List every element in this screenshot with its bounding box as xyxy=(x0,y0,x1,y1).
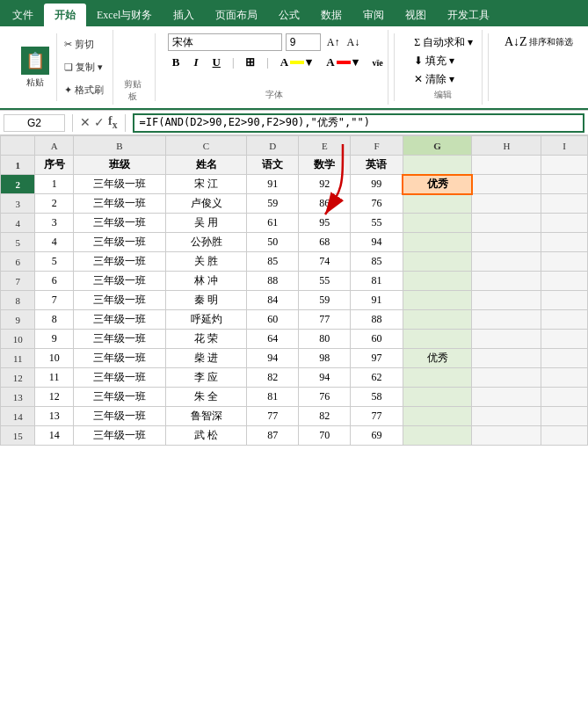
cell-A10[interactable]: 9 xyxy=(35,330,73,349)
row-header-2[interactable]: 2 xyxy=(1,175,35,194)
tab-Excel与财务[interactable]: Excel与财务 xyxy=(86,4,163,26)
row-header-13[interactable]: 13 xyxy=(1,388,35,407)
text-format-button[interactable]: vïe xyxy=(368,56,388,69)
cell-A15[interactable]: 14 xyxy=(35,426,73,446)
tab-公式[interactable]: 公式 xyxy=(268,4,310,26)
cell-G1[interactable] xyxy=(403,156,472,175)
formula-cancel-icon[interactable]: ✕ xyxy=(80,115,91,130)
cell-D9[interactable]: 60 xyxy=(247,310,299,330)
row-header-7[interactable]: 7 xyxy=(1,272,35,291)
cell-C8[interactable]: 秦 明 xyxy=(166,291,247,310)
cell-E9[interactable]: 77 xyxy=(299,310,351,330)
cell-F3[interactable]: 76 xyxy=(351,194,403,214)
cell-B6[interactable]: 三年级一班 xyxy=(73,252,165,272)
cell-E11[interactable]: 98 xyxy=(299,349,351,368)
cell-A12[interactable]: 11 xyxy=(35,368,73,388)
col-header-D[interactable]: D xyxy=(247,136,299,156)
cell-C4[interactable]: 吴 用 xyxy=(166,214,247,233)
row-header-5[interactable]: 5 xyxy=(1,233,35,252)
tab-开发工具[interactable]: 开发工具 xyxy=(437,4,500,26)
cell-F13[interactable]: 58 xyxy=(351,388,403,407)
clear-button[interactable]: ✕ 清除 ▾ xyxy=(410,70,475,89)
cell-F14[interactable]: 77 xyxy=(351,407,403,426)
auto-sum-button[interactable]: Σ 自动求和 ▾ xyxy=(410,33,475,52)
col-header-E[interactable]: E xyxy=(299,136,351,156)
row-header-15[interactable]: 15 xyxy=(1,426,35,446)
cell-D10[interactable]: 64 xyxy=(247,330,299,349)
cell-B15[interactable]: 三年级一班 xyxy=(73,426,165,446)
col-header-C[interactable]: C xyxy=(166,136,247,156)
col-header-G[interactable]: G xyxy=(403,136,472,156)
cell-I4[interactable] xyxy=(541,214,588,233)
cell-A3[interactable]: 2 xyxy=(35,194,73,214)
cell-E2[interactable]: 92 xyxy=(299,175,351,194)
row-header-14[interactable]: 14 xyxy=(1,407,35,426)
cell-A5[interactable]: 4 xyxy=(35,233,73,252)
cell-C2[interactable]: 宋 江 xyxy=(166,175,247,194)
cell-I12[interactable] xyxy=(541,368,588,388)
copy-button[interactable]: ❏ 复制 ▾ xyxy=(62,60,105,75)
cell-G4[interactable] xyxy=(403,214,472,233)
italic-button[interactable]: I xyxy=(189,54,202,71)
font-increase-button[interactable]: A↑ xyxy=(324,35,343,50)
col-header-A[interactable]: A xyxy=(35,136,73,156)
fill-dropdown[interactable]: ▾ xyxy=(306,55,312,69)
cell-I3[interactable] xyxy=(541,194,588,214)
cell-B3[interactable]: 三年级一班 xyxy=(73,194,165,214)
cell-D8[interactable]: 84 xyxy=(247,291,299,310)
cell-G7[interactable] xyxy=(403,272,472,291)
cell-F2[interactable]: 99 xyxy=(351,175,403,194)
cell-A13[interactable]: 12 xyxy=(35,388,73,407)
cell-E12[interactable]: 94 xyxy=(299,368,351,388)
border-button[interactable]: ⊞ xyxy=(241,54,259,71)
cell-A2[interactable]: 1 xyxy=(35,175,73,194)
cell-G10[interactable] xyxy=(403,330,472,349)
cell-A6[interactable]: 5 xyxy=(35,252,73,272)
tab-审阅[interactable]: 审阅 xyxy=(352,4,395,26)
cell-A1[interactable]: 序号 xyxy=(35,156,73,175)
paste-button[interactable]: 📋 粘贴 xyxy=(14,33,57,101)
cell-D13[interactable]: 81 xyxy=(247,388,299,407)
font-size-input[interactable] xyxy=(286,33,321,51)
cell-F7[interactable]: 81 xyxy=(351,272,403,291)
cell-E7[interactable]: 55 xyxy=(299,272,351,291)
cell-F4[interactable]: 55 xyxy=(351,214,403,233)
col-header-H[interactable]: H xyxy=(472,136,541,156)
font-color-button[interactable]: A ▾ xyxy=(322,54,362,71)
cell-I10[interactable] xyxy=(541,330,588,349)
font-name-input[interactable] xyxy=(168,33,282,51)
cell-E14[interactable]: 82 xyxy=(299,407,351,426)
cell-A9[interactable]: 8 xyxy=(35,310,73,330)
cell-C11[interactable]: 柴 进 xyxy=(166,349,247,368)
cell-E13[interactable]: 76 xyxy=(299,388,351,407)
cell-B13[interactable]: 三年级一班 xyxy=(73,388,165,407)
cell-I7[interactable] xyxy=(541,272,588,291)
cell-F1[interactable]: 英语 xyxy=(351,156,403,175)
cell-H15[interactable] xyxy=(472,426,541,446)
cell-I15[interactable] xyxy=(541,426,588,446)
tab-插入[interactable]: 插入 xyxy=(163,4,205,26)
tab-文件[interactable]: 文件 xyxy=(2,4,44,26)
cell-H13[interactable] xyxy=(472,388,541,407)
cell-G14[interactable] xyxy=(403,407,472,426)
cell-E6[interactable]: 74 xyxy=(299,252,351,272)
col-header-F[interactable]: F xyxy=(351,136,403,156)
cell-E10[interactable]: 80 xyxy=(299,330,351,349)
format-painter-button[interactable]: ✦ 格式刷 xyxy=(62,83,105,98)
cell-C10[interactable]: 花 荣 xyxy=(166,330,247,349)
cell-F11[interactable]: 97 xyxy=(351,349,403,368)
cell-C3[interactable]: 卢俊义 xyxy=(166,194,247,214)
cell-C7[interactable]: 林 冲 xyxy=(166,272,247,291)
cell-C5[interactable]: 公孙胜 xyxy=(166,233,247,252)
cell-E5[interactable]: 68 xyxy=(299,233,351,252)
cell-G15[interactable] xyxy=(403,426,472,446)
cell-B2[interactable]: 三年级一班 xyxy=(73,175,165,194)
cell-I8[interactable] xyxy=(541,291,588,310)
cell-A7[interactable]: 6 xyxy=(35,272,73,291)
bold-button[interactable]: B xyxy=(168,54,185,71)
cell-B1[interactable]: 班级 xyxy=(73,156,165,175)
cell-A14[interactable]: 13 xyxy=(35,407,73,426)
cell-E4[interactable]: 95 xyxy=(299,214,351,233)
row-header-3[interactable]: 3 xyxy=(1,194,35,214)
cell-H12[interactable] xyxy=(472,368,541,388)
